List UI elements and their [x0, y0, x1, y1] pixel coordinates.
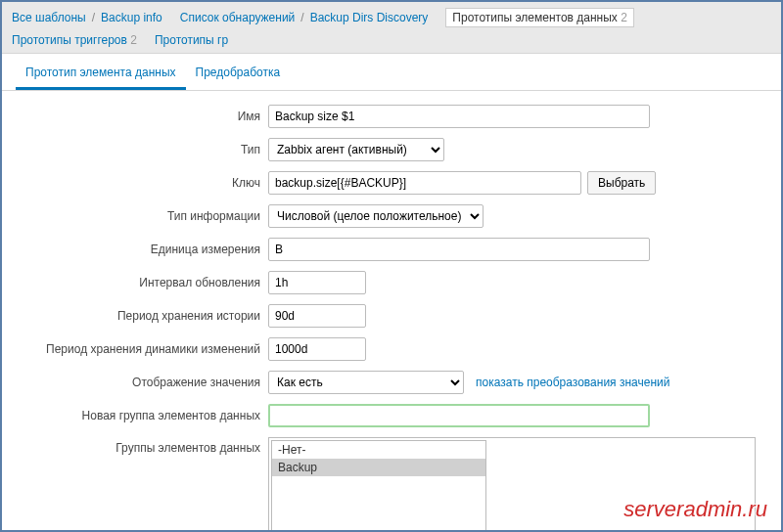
label-type: Тип — [2, 143, 268, 156]
separator: / — [92, 11, 95, 24]
label-valuemap: Отображение значения — [2, 376, 268, 389]
list-item[interactable]: Backup — [272, 459, 485, 476]
separator: / — [300, 11, 303, 24]
label-units: Единица измерения — [2, 243, 268, 256]
form: Имя Тип Zabbix агент (активный) Ключ Выб… — [2, 91, 781, 532]
trends-input[interactable] — [268, 337, 366, 361]
new-group-input[interactable] — [268, 404, 650, 427]
label-groups: Группы элементов данных — [2, 437, 268, 455]
history-input[interactable] — [268, 304, 366, 328]
name-input[interactable] — [268, 105, 650, 128]
list-item[interactable]: -Нет- — [272, 441, 485, 459]
tab-preprocessing[interactable]: Предобработка — [186, 56, 291, 90]
label-update-interval: Интервал обновления — [2, 276, 268, 289]
info-type-select[interactable]: Числовой (целое положительное) — [268, 204, 484, 228]
update-interval-input[interactable] — [268, 271, 366, 294]
breadcrumb-backup-dirs[interactable]: Backup Dirs Discovery — [310, 11, 429, 24]
groups-double-listbox: -Нет- Backup — [268, 437, 756, 532]
valuemap-select[interactable]: Как есть — [268, 371, 464, 394]
select-button[interactable]: Выбрать — [587, 171, 656, 195]
breadcrumb-all-templates[interactable]: Все шаблоны — [12, 11, 86, 24]
breadcrumb-graph-prototypes[interactable]: Прототипы гр — [155, 33, 228, 47]
type-select[interactable]: Zabbix агент (активный) — [268, 138, 444, 161]
label-history: Период хранения истории — [2, 309, 268, 323]
units-input[interactable] — [268, 238, 650, 261]
groups-listbox[interactable]: -Нет- Backup — [271, 440, 486, 532]
label-key: Ключ — [2, 176, 268, 190]
label-new-group: Новая группа элементов данных — [2, 409, 268, 422]
key-input[interactable] — [268, 171, 581, 195]
breadcrumb: Все шаблоны / Backup info Список обнаруж… — [2, 2, 781, 54]
label-name: Имя — [2, 110, 268, 123]
breadcrumb-discovery-list[interactable]: Список обнаружений — [180, 11, 296, 24]
breadcrumb-item-prototypes-active[interactable]: Прототипы элементов данных 2 — [445, 8, 634, 27]
show-valuemaps-link[interactable]: показать преобразования значений — [476, 376, 669, 389]
breadcrumb-backup-info[interactable]: Backup info — [101, 11, 162, 24]
label-info-type: Тип информации — [2, 209, 268, 223]
tab-item-prototype[interactable]: Прототип элемента данных — [16, 56, 186, 90]
breadcrumb-trigger-prototypes[interactable]: Прототипы триггеров 2 — [12, 33, 137, 47]
tabs: Прототип элемента данных Предобработка — [2, 56, 781, 91]
label-trends: Период хранения динамики изменений — [2, 342, 268, 356]
